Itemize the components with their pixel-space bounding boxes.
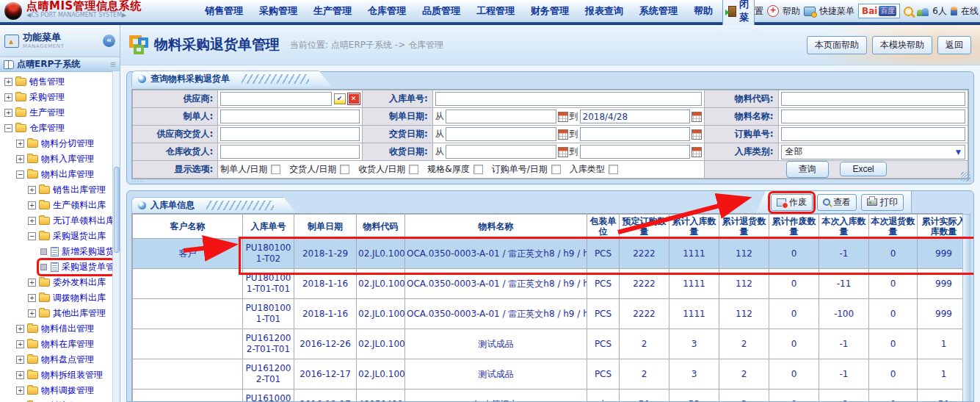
expand-node-icon[interactable]: + <box>28 201 36 209</box>
expand-node-icon[interactable]: + <box>16 356 24 364</box>
grid-row[interactable]: PU1801001-T012018-1-1602.JL0.100OCA.0350… <box>133 299 964 329</box>
supplier-picker-icon[interactable]: ✔ <box>334 93 346 104</box>
collapse-node-icon[interactable]: − <box>28 232 36 240</box>
online-users-icon[interactable] <box>917 7 929 16</box>
settings-partial-label[interactable]: 置 <box>755 5 763 18</box>
sidebar-tree-item[interactable]: +物料借出管理 <box>0 321 112 337</box>
make-date-from-input[interactable] <box>446 110 556 123</box>
delivery-date-from-input[interactable] <box>446 127 556 141</box>
sidebar-tree-item[interactable]: +物料入库管理 <box>0 151 112 167</box>
top-menu-item[interactable]: 品质管理 <box>422 4 460 18</box>
grid-row[interactable]: PU1801001-T01-T012018-1-1602.JL0.100OCA.… <box>133 269 964 299</box>
top-menu-item[interactable]: 采购管理 <box>259 4 297 18</box>
calendar-icon[interactable] <box>558 147 568 157</box>
supplier-clear-icon[interactable]: ✕ <box>348 93 360 104</box>
calendar-icon[interactable] <box>692 129 702 140</box>
grid-scrollbar[interactable] <box>962 214 970 401</box>
help-link[interactable]: 帮助 <box>783 5 800 18</box>
sidebar-tree-item[interactable]: +物料拆组装管理 <box>0 367 112 383</box>
supplier-input[interactable] <box>220 92 331 106</box>
sidebar-tree-item[interactable]: 新增采购退货单 <box>0 244 112 259</box>
erp-subsystem-tab[interactable]: 点晴ERP子系统 ≡ <box>0 57 120 72</box>
grid-row[interactable]: PU1612002-T012016-12-1702.JL0.100测试成品PCS… <box>133 359 964 390</box>
sidebar-tree-item[interactable]: 采购退货单管理 <box>0 259 112 275</box>
expand-node-icon[interactable]: + <box>16 387 24 395</box>
sidebar-tree-item[interactable]: +物料在库管理 <box>0 337 112 352</box>
excel-export-button[interactable]: Excel <box>840 162 886 176</box>
calendar-icon[interactable] <box>692 112 702 122</box>
order-no-input[interactable] <box>435 92 703 106</box>
grid-row[interactable]: PU1610007-T022016-12-17489504990红皮笔记本本50… <box>133 390 964 402</box>
pin-icon[interactable]: ≡ <box>110 60 116 68</box>
grid-row[interactable]: 客户PU1801001-T022018-1-2902.JL0.100OCA.03… <box>133 239 964 269</box>
sidebar-tree-item[interactable]: −采购退货出库 <box>0 229 112 244</box>
expand-node-icon[interactable]: + <box>28 294 36 302</box>
warehouse-receiver-input[interactable] <box>220 145 359 159</box>
page-help-button[interactable]: 本页面帮助 <box>807 36 867 54</box>
receive-date-from-input[interactable] <box>446 145 556 159</box>
sidebar-tree-item[interactable]: +销售出库管理 <box>0 182 112 198</box>
display-option-checkbox[interactable] <box>473 165 483 174</box>
expand-node-icon[interactable]: + <box>28 217 36 225</box>
collapse-sidebar-button[interactable]: « <box>103 35 115 47</box>
sidebar-tree-item[interactable]: +生产领料出库 <box>0 198 112 213</box>
maker-input[interactable] <box>220 110 359 123</box>
sidebar-tree-item[interactable]: −物料出库管理 <box>0 167 112 182</box>
quick-menu-icon[interactable] <box>804 7 816 16</box>
expand-node-icon[interactable]: + <box>16 340 24 348</box>
sidebar-tree-item[interactable]: −仓库管理 <box>0 121 112 136</box>
sidebar-tree-item[interactable]: +物料流向管理 <box>0 398 112 402</box>
sidebar-tree-item[interactable]: +委外发料出库 <box>0 275 112 290</box>
back-button[interactable]: 返回 <box>937 36 971 54</box>
display-option-checkbox[interactable] <box>271 165 280 174</box>
print-button[interactable]: 打印 <box>861 194 904 211</box>
sidebar-tree-item[interactable]: +调拨物料出库 <box>0 290 112 306</box>
top-menu-item[interactable]: 报表查询 <box>585 4 623 18</box>
receive-date-to-input[interactable] <box>580 145 691 159</box>
calendar-icon[interactable] <box>558 112 568 122</box>
top-menu-item[interactable]: 仓库管理 <box>368 4 406 18</box>
make-date-to-input[interactable]: 2018/4/28 <box>580 110 691 123</box>
expand-node-icon[interactable]: + <box>28 186 36 194</box>
expand-node-icon[interactable]: + <box>28 279 36 287</box>
baidu-search-box[interactable]: Bai 百度 <box>858 4 900 18</box>
sidebar-tree-item[interactable]: +物料分切管理 <box>0 136 112 151</box>
calendar-icon[interactable] <box>692 147 702 157</box>
expand-node-icon[interactable]: + <box>16 155 24 163</box>
module-help-button[interactable]: 本模块帮助 <box>872 36 932 54</box>
sidebar-scrollbar[interactable] <box>112 71 120 402</box>
display-option-checkbox[interactable] <box>551 165 561 174</box>
top-menu-item[interactable]: 系统管理 <box>639 4 678 18</box>
supplier-deliverer-input[interactable] <box>220 127 359 141</box>
quick-menu-link[interactable]: 快捷菜单 <box>819 5 854 18</box>
delivery-date-to-input[interactable] <box>580 127 691 141</box>
sidebar-tree-item[interactable]: +无订单领料出库 <box>0 213 112 229</box>
expand-node-icon[interactable]: + <box>16 371 24 379</box>
sidebar-tree-item[interactable]: +物料盘点管理 <box>0 352 112 367</box>
search-icon[interactable] <box>904 7 913 16</box>
calendar-icon[interactable] <box>558 129 568 140</box>
expand-node-icon[interactable]: + <box>28 309 36 317</box>
storage-category-select[interactable]: 全部 ▼ <box>781 145 965 159</box>
expand-node-icon[interactable]: + <box>4 78 12 86</box>
sidebar-scrollbar-thumb[interactable] <box>114 167 120 253</box>
top-menu-item[interactable]: 生产管理 <box>313 4 352 18</box>
expand-node-icon[interactable]: + <box>16 140 24 148</box>
top-menu-item[interactable]: 工程管理 <box>476 4 515 18</box>
grid-row[interactable]: PU1612002-T01-T012016-12-2602.JL0.100测试成… <box>133 329 964 359</box>
expand-node-icon[interactable]: + <box>16 325 24 333</box>
sidebar-tree-item[interactable]: +生产管理 <box>0 105 112 121</box>
material-name-input[interactable] <box>781 110 965 123</box>
display-option-checkbox[interactable] <box>609 165 618 174</box>
top-menu-item[interactable]: 销售管理 <box>205 4 243 18</box>
void-button[interactable]: 作废 <box>771 194 813 211</box>
display-option-checkbox[interactable] <box>340 165 349 174</box>
sidebar-tree-item[interactable]: +物料调拨管理 <box>0 383 112 398</box>
display-option-checkbox[interactable] <box>409 165 418 174</box>
material-code-input[interactable] <box>781 92 965 106</box>
panel-resize-grip[interactable] <box>961 172 970 182</box>
expand-node-icon[interactable]: + <box>4 109 12 117</box>
sidebar-tree-item[interactable]: +采购管理 <box>0 90 112 105</box>
top-menu-item[interactable]: 财务管理 <box>531 4 569 18</box>
purchase-order-input[interactable] <box>781 127 965 141</box>
